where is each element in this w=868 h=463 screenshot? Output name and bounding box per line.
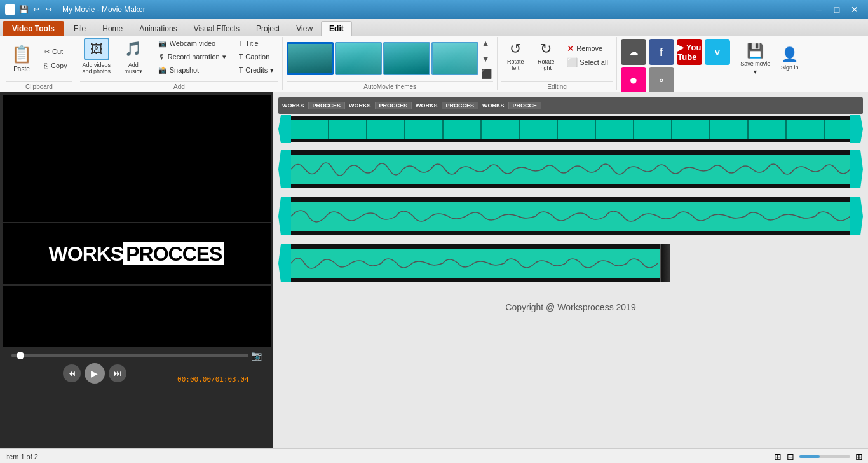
share-icons: ☁ f ▶ YouTube V ● »: [621, 39, 735, 93]
flickr-button[interactable]: ●: [621, 67, 646, 93]
snapshot-icon: 📸: [158, 66, 167, 74]
minimize-button[interactable]: ─: [811, 3, 827, 16]
theme-1[interactable]: [287, 42, 334, 75]
editing-group-label: Editing: [501, 81, 613, 90]
ribbon-content: 📋 Paste ✂ Cut ⎘ Copy Clipboar: [0, 36, 868, 92]
add-group-label: Add: [80, 81, 279, 90]
paste-label: Paste: [13, 66, 30, 73]
text-options-col: T Title T Caption T Credits▾: [234, 37, 279, 76]
undo-button[interactable]: ↩: [31, 4, 42, 15]
theme-3[interactable]: [383, 42, 430, 75]
tab-file[interactable]: File: [65, 21, 94, 36]
webcam-icon: 📷: [158, 39, 167, 48]
record-narration-button[interactable]: 🎙 Record narration▾: [154, 50, 231, 63]
timeline-scrubber[interactable]: [11, 354, 248, 357]
filmstrip-end: [660, 244, 670, 282]
preview-title: WORKSPROCCES: [3, 223, 271, 284]
facebook-button[interactable]: f: [649, 39, 674, 65]
fit-view-button[interactable]: ⊞: [774, 452, 782, 462]
waveform-svg-1: [291, 150, 850, 188]
close-button[interactable]: ✕: [846, 3, 863, 16]
arrow-left-4: [278, 244, 291, 282]
play-prev-button[interactable]: ⏮: [63, 364, 81, 382]
maximize-button[interactable]: □: [829, 3, 845, 16]
tab-view[interactable]: View: [288, 21, 321, 36]
themes-inner: ▲ ▼ ⬛: [287, 37, 493, 80]
timeline-pane[interactable]: WORKS PROCCES WORKS PROCCES WORKS PROCCE…: [273, 92, 868, 448]
zoom-fill: [799, 455, 820, 458]
vimeo-button[interactable]: V: [705, 39, 730, 65]
tab-edit[interactable]: Edit: [321, 21, 352, 36]
add-music-button[interactable]: 🎵 Addmusic▾: [117, 37, 150, 75]
remove-icon: ✕: [567, 43, 574, 53]
strip-row-1: [278, 115, 863, 143]
clipboard-group-label: Clipboard: [6, 81, 72, 90]
row3-tracks: [278, 195, 863, 237]
zoom-slider[interactable]: [799, 455, 850, 458]
time-row: 📷: [11, 350, 261, 361]
credits-button[interactable]: T Credits▾: [234, 64, 279, 76]
tab-animations[interactable]: Animations: [131, 21, 185, 36]
item-count: Item 1 of 2: [5, 453, 38, 460]
themes-up-button[interactable]: ▲: [480, 37, 493, 50]
title-track: WORKS PROCCES WORKS PROCCES WORKS PROCCE…: [278, 97, 863, 114]
tab-project[interactable]: Project: [248, 21, 288, 36]
webcam-button[interactable]: 📷 Webcam video: [154, 37, 231, 50]
waveform-svg-2: [291, 197, 850, 235]
youtube-button[interactable]: ▶ YouTube: [677, 39, 702, 65]
main-content: WORKSPROCCES 📷 ⏮ ▶ ⏭ 00:00.00/01:03.04: [0, 92, 868, 448]
tab-video-tools[interactable]: Video Tools: [3, 21, 64, 36]
tab-home[interactable]: Home: [94, 21, 131, 36]
timeline-row-3: [278, 195, 863, 237]
themes-group-label: AutoMovie themes: [287, 81, 493, 90]
snapshot-btn-small[interactable]: 📷: [251, 350, 262, 361]
title-bar-left: 💾 ↩ ↪ My Movie - Movie Maker: [5, 4, 146, 15]
caption-icon: T: [239, 53, 243, 60]
copy-button[interactable]: ⎘ Copy: [39, 59, 72, 72]
empty-track: [670, 244, 863, 282]
status-right: ⊞ ⊟ ⊞: [774, 452, 863, 462]
editing-group: ↺ Rotateleft ↻ Rotate right ✕ Remove ⬜: [498, 37, 617, 90]
cut-button[interactable]: ✂ Cut: [39, 45, 72, 58]
paste-button[interactable]: 📋 Paste: [6, 39, 37, 78]
play-button[interactable]: ▶: [85, 363, 105, 384]
ribbon-tabs: Video Tools File Home Animations Visual …: [0, 19, 868, 36]
window-controls: ─ □ ✕: [811, 3, 863, 16]
copyright-text: Copyright @ Worksprocess 2019: [278, 289, 863, 325]
arrow-left-3: [278, 197, 291, 235]
clipboard-group: 📋 Paste ✂ Cut ⎘ Copy Clipboar: [3, 37, 76, 90]
select-all-icon: ⬜: [567, 57, 578, 67]
zoom-in-button[interactable]: ⊞: [855, 452, 863, 462]
editing-options: ✕ Remove ⬜ Select all: [562, 39, 613, 69]
caption-button[interactable]: T Caption: [234, 50, 279, 63]
share-group: ☁ f ▶ YouTube V ● » 💾 Save movie▾ 👤 Sign…: [617, 37, 808, 90]
rotate-left-button[interactable]: ↺ Rotateleft: [501, 39, 529, 73]
theme-2[interactable]: [335, 42, 382, 75]
themes-down-button[interactable]: ▼: [480, 52, 493, 65]
themes-more-button[interactable]: ⬛: [480, 67, 493, 80]
audio-waveform-3: [291, 244, 660, 282]
timeline-row-2: [278, 148, 863, 190]
tab-visual-effects[interactable]: Visual Effects: [186, 21, 248, 36]
more-share-button[interactable]: »: [649, 67, 674, 93]
save-movie-button[interactable]: 💾 Save movie▾: [739, 39, 772, 78]
themes-group: ▲ ▼ ⬛ AutoMovie themes: [283, 37, 498, 90]
save-qat-button[interactable]: 💾: [18, 4, 29, 15]
add-videos-button[interactable]: 🖼 Add videos and photos: [80, 37, 113, 75]
add-group-inner: 🖼 Add videos and photos 🎵 Addmusic▾ 📷 We…: [80, 37, 279, 80]
snapshot-button[interactable]: 📸 Snapshot: [154, 64, 231, 76]
rotate-right-button[interactable]: ↻ Rotate right: [532, 39, 560, 73]
zoom-out-button[interactable]: ⊟: [787, 452, 794, 462]
select-all-button[interactable]: ⬜ Select all: [562, 56, 613, 69]
play-next-button[interactable]: ⏭: [109, 364, 126, 382]
onedrive-button[interactable]: ☁: [621, 39, 646, 65]
title-button[interactable]: T Title: [234, 37, 279, 50]
remove-button[interactable]: ✕ Remove: [562, 42, 613, 55]
redo-button[interactable]: ↪: [43, 4, 55, 15]
app-icon: [5, 4, 15, 15]
sign-in-button[interactable]: 👤 Sign in: [776, 39, 804, 78]
theme-4[interactable]: [431, 42, 478, 75]
waveform-svg-3: [291, 244, 660, 282]
clipboard-buttons: 📋 Paste ✂ Cut ⎘ Copy: [6, 37, 72, 80]
preview-video-black: [3, 95, 271, 222]
